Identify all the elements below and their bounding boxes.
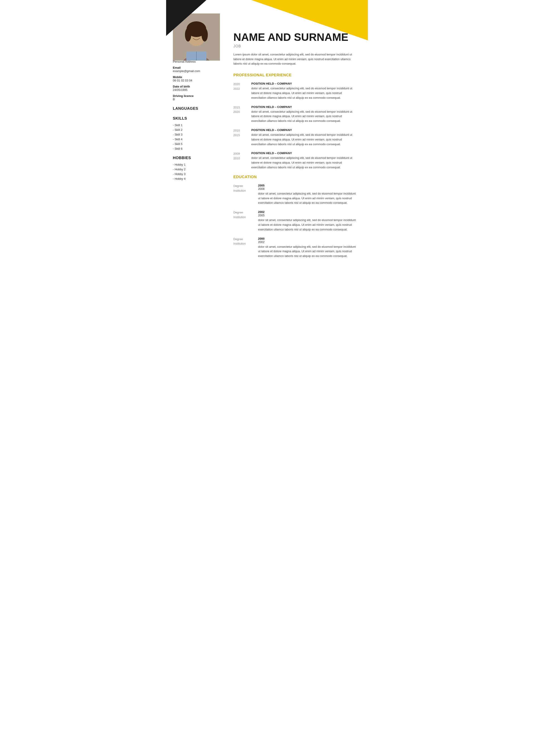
edu-left: DegreeInstitution bbox=[233, 184, 258, 205]
hobby-item: - Hobby 1 bbox=[173, 163, 218, 166]
edu-year: 2000 bbox=[258, 237, 357, 240]
triangle-black-decoration bbox=[166, 0, 207, 36]
intro-text: Lorem ipsum dolor sit amet, consectetur … bbox=[233, 52, 357, 66]
skills-list: - Skill 1- Skill 2- Skill 3- Skill 4- Sk… bbox=[173, 123, 218, 150]
exp-description: dolor sit amet, consectetur adipiscing e… bbox=[251, 110, 357, 123]
hobby-item: - Hobby 3 bbox=[173, 172, 218, 176]
exp-position: POSITION HELD – COMPANY bbox=[251, 105, 357, 109]
edu-year-end: 2005 bbox=[258, 214, 357, 217]
hobby-item: - Hobby 2 bbox=[173, 168, 218, 171]
exp-position: POSITION HELD – COMPANY bbox=[251, 128, 357, 132]
triangle-yellow-decoration bbox=[251, 0, 368, 40]
edu-left: DegreeInstitution bbox=[233, 210, 258, 232]
email-value: example@gmail.com bbox=[173, 69, 218, 73]
experience-entry: 20102015 POSITION HELD – COMPANY dolor s… bbox=[233, 128, 357, 147]
education-entry: DegreeInstitution 2000 2002 dolor sit am… bbox=[233, 237, 357, 258]
exp-content: POSITION HELD – COMPANY dolor sit amet, … bbox=[251, 105, 357, 123]
experience-entry: 20092010 POSITION HELD – COMPANY dolor s… bbox=[233, 151, 357, 170]
languages-section: LANGUAGES bbox=[173, 106, 218, 111]
exp-content: POSITION HELD – COMPANY dolor sit amet, … bbox=[251, 151, 357, 170]
hobbies-title: HOBBIES bbox=[173, 156, 218, 160]
exp-years: 20152020 bbox=[233, 105, 251, 123]
skill-item: - Skill 5 bbox=[173, 142, 218, 146]
experience-entry: 20202022 POSITION HELD – COMPANY dolor s… bbox=[233, 82, 357, 100]
education-list: DegreeInstitution 2005 2008 dolor sit am… bbox=[233, 184, 357, 258]
edu-content: 2000 2002 dolor sit amet, consectetur ad… bbox=[258, 237, 357, 258]
education-section-title: EDUCATION bbox=[233, 175, 357, 179]
exp-position: POSITION HELD – COMPANY bbox=[251, 82, 357, 85]
hobby-item: - Hobby 4 bbox=[173, 177, 218, 180]
exp-years: 20102015 bbox=[233, 128, 251, 147]
exp-years: 20202022 bbox=[233, 82, 251, 100]
edu-description: dolor sit amet, consectetur adipiscing e… bbox=[258, 218, 357, 232]
edu-description: dolor sit amet, consectetur adipiscing e… bbox=[258, 191, 357, 205]
job-title: JOB bbox=[233, 44, 357, 48]
skill-item: - Skill 3 bbox=[173, 133, 218, 136]
skill-item: - Skill 2 bbox=[173, 128, 218, 131]
education-entry: DegreeInstitution 2005 2008 dolor sit am… bbox=[233, 184, 357, 205]
exp-content: POSITION HELD – COMPANY dolor sit amet, … bbox=[251, 128, 357, 147]
licence-field: Driving licence B bbox=[173, 94, 218, 101]
edu-year-end: 2002 bbox=[258, 240, 357, 244]
education-entry: DegreeInstitution 2002 2005 dolor sit am… bbox=[233, 210, 357, 232]
licence-value: B bbox=[173, 97, 218, 101]
skills-title: SKILLS bbox=[173, 116, 218, 121]
skill-item: - Skill 6 bbox=[173, 147, 218, 150]
edu-content: 2002 2005 dolor sit amet, consectetur ad… bbox=[258, 210, 357, 232]
hobbies-section: HOBBIES - Hobby 1- Hobby 2- Hobby 3- Hob… bbox=[173, 156, 218, 180]
dob-label: Date of birth bbox=[173, 85, 218, 88]
main-content: NAME AND SURNAME JOB Lorem ipsum dolor s… bbox=[224, 5, 368, 285]
exp-content: POSITION HELD – COMPANY dolor sit amet, … bbox=[251, 82, 357, 100]
edu-year: 2002 bbox=[258, 210, 357, 214]
edu-year-end: 2008 bbox=[258, 187, 357, 191]
mobile-value: 06 01 02 03 04 bbox=[173, 79, 218, 82]
mobile-field: Mobile 06 01 02 03 04 bbox=[173, 75, 218, 82]
exp-description: dolor sit amet, consectetur adipiscing e… bbox=[251, 86, 357, 100]
licence-label: Driving licence bbox=[173, 94, 218, 97]
exp-description: dolor sit amet, consectetur adipiscing e… bbox=[251, 156, 357, 170]
exp-description: dolor sit amet, consectetur adipiscing e… bbox=[251, 133, 357, 147]
skills-section: SKILLS - Skill 1- Skill 2- Skill 3- Skil… bbox=[173, 116, 218, 150]
skill-item: - Skill 4 bbox=[173, 138, 218, 141]
exp-position: POSITION HELD – COMPANY bbox=[251, 151, 357, 155]
email-label: Email bbox=[173, 66, 218, 69]
skill-item: - Skill 1 bbox=[173, 123, 218, 127]
sidebar: PROFILE Personal Address Personal Addres… bbox=[166, 5, 224, 285]
dob-field: Date of birth 24/05/1995 bbox=[173, 85, 218, 92]
experience-entry: 20152020 POSITION HELD – COMPANY dolor s… bbox=[233, 105, 357, 123]
experience-list: 20202022 POSITION HELD – COMPANY dolor s… bbox=[233, 82, 357, 170]
languages-title: LANGUAGES bbox=[173, 106, 218, 111]
edu-description: dolor sit amet, consectetur adipiscing e… bbox=[258, 245, 357, 258]
mobile-label: Mobile bbox=[173, 75, 218, 79]
edu-left: DegreeInstitution bbox=[233, 237, 258, 258]
exp-years: 20092010 bbox=[233, 151, 251, 170]
experience-section-title: PROFESSIONAL EXPERIENCE bbox=[233, 73, 357, 77]
dob-value: 24/05/1995 bbox=[173, 88, 218, 92]
edu-content: 2005 2008 dolor sit amet, consectetur ad… bbox=[258, 184, 357, 205]
hobbies-list: - Hobby 1- Hobby 2- Hobby 3- Hobby 4 bbox=[173, 163, 218, 180]
edu-year: 2005 bbox=[258, 184, 357, 187]
email-field: Email example@gmail.com bbox=[173, 66, 218, 73]
